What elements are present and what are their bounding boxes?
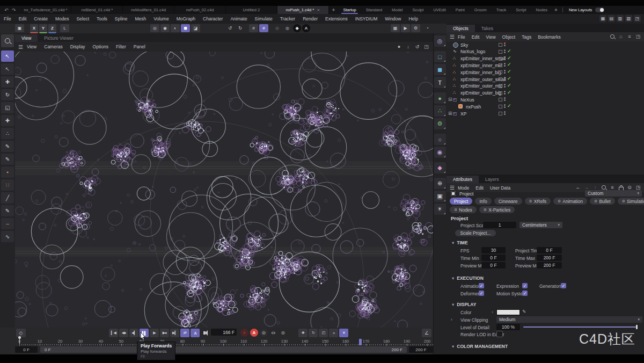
key-position-button[interactable]: ✚ [298, 329, 308, 337]
effector-icon[interactable]: ⚙ [434, 118, 446, 129]
menu-animate[interactable]: Animate [226, 16, 251, 21]
visibility-dots[interactable] [504, 56, 506, 61]
chip-simulation[interactable]: ⚙Simulation [618, 198, 644, 205]
layer-chip[interactable] [499, 98, 502, 101]
document-tab[interactable]: nx_Turbulence_01.c4d * [20, 6, 72, 14]
menu-mograph[interactable]: MoGraph [173, 16, 199, 21]
paint-square-tool[interactable]: ▪ [1, 166, 14, 178]
field-value[interactable]: 200 F [537, 262, 562, 268]
project-scale-field[interactable]: 1 [483, 222, 516, 228]
section-header-color-management[interactable]: ▾COLOR MANAGEMENT [452, 344, 508, 349]
interactive-render-region-icon[interactable]: ◔ [423, 24, 432, 32]
menu-tracker[interactable]: Tracker [276, 16, 299, 21]
menu-mesh[interactable]: Mesh [131, 16, 150, 21]
viewport-search-button[interactable] [1, 34, 14, 47]
enabled-check-icon[interactable]: ✓ [507, 83, 511, 88]
editor-visibility-dot[interactable] [504, 84, 506, 85]
layer-chip[interactable] [499, 91, 502, 95]
chip-nodes[interactable]: ⚙Nodes [450, 206, 477, 213]
render-visibility-dot[interactable] [504, 72, 506, 74]
section-header-time[interactable]: ▾TIME [452, 240, 468, 245]
tab-takes[interactable]: Takes [475, 25, 500, 32]
layer-chip[interactable] [499, 105, 502, 108]
render-visibility-dot[interactable] [504, 65, 506, 67]
render-lod-checkbox[interactable] [496, 331, 503, 337]
checkbox-generators[interactable]: ✓ [561, 283, 566, 288]
hamburger-icon[interactable]: ☰ [450, 34, 455, 40]
volume-icon[interactable]: ◆ [434, 162, 446, 173]
render-visibility-dot[interactable] [504, 59, 506, 60]
chip-info[interactable]: Info [475, 198, 491, 205]
preview-range-bar[interactable]: 0 F 200 F [40, 346, 407, 353]
object-row[interactable]: ⊞◰XP [447, 110, 644, 117]
model-mode-icon[interactable]: ◉ [160, 24, 170, 32]
expand-icon[interactable]: ⊞ [448, 111, 452, 116]
field-value[interactable]: 0 F [481, 255, 506, 261]
scale-tool[interactable]: ◱ [1, 102, 14, 113]
playhead[interactable] [359, 339, 362, 345]
new-layouts-label[interactable]: New Layouts [569, 8, 592, 12]
light-icon[interactable]: ☀ [434, 204, 446, 215]
layout-palette-icon-4[interactable]: ▧ [625, 15, 632, 22]
move-tool[interactable]: ✚ [1, 76, 14, 88]
chip-animation[interactable]: ⚙Animation [553, 198, 587, 205]
lod-field[interactable]: 100 % [496, 324, 520, 330]
chip-xrefs[interactable]: ⚙XRefs [525, 198, 551, 205]
timeline-graph-button[interactable]: ∠ [422, 329, 431, 337]
close-tab-icon[interactable]: × [317, 8, 320, 12]
object-row[interactable]: ∴xpEmitter_outer_big✓ [447, 90, 644, 97]
global-coordinates-icon[interactable]: ↺ [225, 24, 235, 32]
viewport-menu-options[interactable]: Options [89, 44, 112, 49]
make-editable-icon[interactable]: ◎ [150, 24, 159, 32]
menu-help[interactable]: Help [405, 16, 421, 21]
keyframe-button[interactable]: ◇ [16, 329, 26, 337]
sphere-badge-icon[interactable]: ◆ [293, 24, 301, 32]
editor-visibility-dot[interactable] [504, 77, 506, 78]
layer-chip[interactable] [499, 43, 502, 47]
previous-key-button[interactable]: ◀● [119, 329, 128, 337]
checkbox-deformers[interactable]: ✓ [479, 291, 484, 296]
object-row[interactable]: ∴xpEmitter_inner_small✓ [447, 55, 644, 62]
object-row[interactable]: ∴xpEmitter_inner_big✓ [447, 69, 644, 76]
capsule-icon[interactable]: ○ [269, 329, 277, 337]
layout-palette-icon-3[interactable]: ▥ [617, 15, 624, 22]
field-value[interactable]: 0 F [481, 262, 506, 268]
menu-extensions[interactable]: Extensions [321, 16, 352, 21]
object-mode-icon[interactable]: ◼ [181, 24, 190, 32]
lod-slider[interactable] [523, 324, 638, 330]
sketch-tool[interactable]: ✎ [1, 205, 14, 216]
checkbox-expression[interactable]: ✓ [522, 283, 528, 288]
layout-tab-nodes[interactable]: Nodes [531, 6, 552, 14]
document-tab[interactable]: nxPush_02.c4d [174, 6, 226, 14]
axis-lock-x[interactable]: X [30, 24, 38, 33]
visibility-dots[interactable] [504, 111, 506, 115]
editor-visibility-dot[interactable] [504, 70, 506, 71]
rotate-tool[interactable]: ↻ [1, 89, 14, 100]
primitive-cube-icon[interactable]: ◼ [434, 64, 446, 75]
layout-tab-standard[interactable]: Standard [361, 6, 387, 14]
layout-tab-groom[interactable]: Groom [470, 6, 492, 14]
go-to-end-button[interactable]: ▶▎ [170, 329, 179, 337]
chip-project[interactable]: Project [450, 198, 472, 205]
menu-modes[interactable]: Modes [52, 16, 73, 21]
menu-character[interactable]: Character [199, 16, 226, 21]
quantize-icon[interactable]: # [249, 24, 258, 32]
measure-tool[interactable]: – [1, 218, 14, 229]
workplane-mode-icon[interactable]: ◪ [191, 24, 200, 32]
expand-panel-icon[interactable]: ◳ [635, 33, 641, 40]
pen-tool[interactable]: ✎ [1, 154, 14, 165]
editor-visibility-dot[interactable] [504, 56, 506, 58]
layer-chip[interactable] [499, 70, 502, 74]
visibility-dots[interactable] [504, 76, 506, 81]
visibility-dots[interactable] [504, 90, 506, 95]
sky-environment-icon[interactable]: ⊕ [434, 178, 446, 189]
render-visibility-dot[interactable] [504, 52, 506, 53]
editor-visibility-dot[interactable] [504, 111, 506, 113]
render-view-icon[interactable]: ◎ [273, 24, 282, 32]
object-row[interactable]: Sky [447, 41, 644, 48]
layout-toggle[interactable] [595, 8, 604, 12]
snap-icon[interactable]: # [259, 24, 268, 32]
editor-visibility-dot[interactable] [504, 49, 506, 51]
editor-visibility-dot[interactable] [504, 63, 506, 64]
layer-chip[interactable] [499, 50, 502, 54]
